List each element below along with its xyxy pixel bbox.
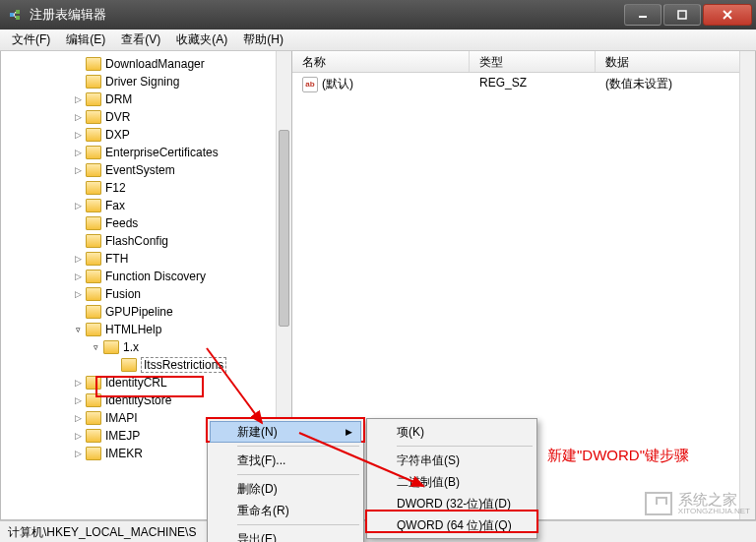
maximize-button[interactable] — [663, 4, 701, 26]
tree-item[interactable]: F12 — [1, 179, 291, 197]
expand-icon[interactable]: ▷ — [72, 394, 84, 406]
sub-string[interactable]: 字符串值(S) — [369, 450, 535, 471]
expand-icon[interactable]: ▷ — [72, 164, 84, 176]
tree-label: IMAPI — [105, 411, 138, 425]
tree-item[interactable]: ▷Fax — [1, 197, 291, 214]
tree-item[interactable]: ▷DRM — [1, 90, 291, 108]
list-scrollbar[interactable] — [739, 51, 755, 519]
tree-item[interactable]: ▷FTH — [1, 250, 291, 268]
tree-label: F12 — [105, 181, 126, 195]
titlebar: 注册表编辑器 — [0, 0, 756, 30]
status-path: 计算机\HKEY_LOCAL_MACHINE\S — [8, 525, 196, 539]
expand-icon — [72, 58, 84, 70]
tree-item[interactable]: ▷EventSystem — [1, 161, 291, 179]
collapse-icon[interactable]: ▿ — [72, 324, 84, 335]
folder-icon — [86, 323, 101, 336]
folder-icon — [86, 447, 101, 460]
tree-label: DRM — [105, 92, 132, 106]
folder-icon — [86, 287, 101, 301]
close-button[interactable] — [703, 4, 752, 26]
tree-label: DownloadManager — [105, 57, 205, 71]
expand-icon[interactable]: ▷ — [72, 200, 84, 211]
tree-label: IMEJP — [105, 429, 140, 443]
expand-icon[interactable]: ▷ — [72, 93, 84, 105]
tree-item[interactable]: FlashConfig — [1, 232, 291, 250]
tree-label: Driver Signing — [105, 75, 179, 89]
expand-icon[interactable]: ▷ — [72, 377, 84, 389]
ctx-delete[interactable]: 删除(D) — [210, 478, 361, 500]
menu-file[interactable]: 文件(F) — [4, 30, 58, 50]
tree-item[interactable]: ▿1.x — [1, 338, 291, 356]
svg-rect-1 — [16, 10, 20, 14]
folder-icon — [86, 146, 101, 159]
expand-icon — [72, 76, 84, 88]
expand-icon[interactable]: ▷ — [72, 129, 84, 141]
sub-binary[interactable]: 二进制值(B) — [369, 471, 535, 493]
expand-icon[interactable]: ▷ — [72, 147, 84, 158]
col-data[interactable]: 数据 — [596, 51, 755, 72]
expand-icon[interactable]: ▷ — [72, 111, 84, 123]
expand-icon[interactable]: ▷ — [72, 271, 84, 282]
svg-rect-0 — [10, 13, 14, 17]
tree-item[interactable]: GPUPipeline — [1, 303, 291, 321]
expand-icon[interactable]: ▷ — [72, 253, 84, 265]
tree-label: IdentityStore — [105, 393, 171, 407]
menubar: 文件(F) 编辑(E) 查看(V) 收藏夹(A) 帮助(H) — [0, 30, 756, 51]
tree-item[interactable]: Driver Signing — [1, 73, 291, 90]
tree-label: IMEKR — [105, 447, 143, 460]
expand-icon[interactable]: ▷ — [72, 430, 84, 442]
context-submenu: 项(K) 字符串值(S) 二进制值(B) DWORD (32-位)值(D) QW… — [366, 418, 537, 539]
folder-icon — [86, 57, 101, 71]
expand-icon[interactable]: ▷ — [72, 448, 84, 459]
col-type[interactable]: 类型 — [470, 51, 596, 72]
tree-label: Function Discovery — [105, 270, 206, 283]
sub-key[interactable]: 项(K) — [369, 421, 535, 443]
sub-qword[interactable]: QWORD (64 位)值(Q) — [369, 514, 535, 536]
menu-favorites[interactable]: 收藏夹(A) — [168, 30, 235, 50]
folder-icon — [86, 163, 101, 177]
folder-icon — [86, 128, 101, 142]
minimize-button[interactable] — [624, 4, 662, 26]
menu-edit[interactable]: 编辑(E) — [58, 30, 113, 50]
tree-label: Feeds — [105, 216, 138, 230]
list-row[interactable]: ab (默认) REG_SZ (数值未设置) — [292, 73, 755, 95]
folder-icon — [86, 110, 101, 124]
sub-dword[interactable]: DWORD (32-位)值(D) — [369, 493, 535, 514]
tree-item[interactable]: ▷DVR — [1, 108, 291, 126]
tree-item[interactable]: ItssRestrictions — [1, 356, 291, 374]
expand-icon — [72, 217, 84, 229]
ctx-export[interactable]: 导出(E) — [210, 528, 361, 542]
folder-icon — [86, 75, 101, 89]
window-title: 注册表编辑器 — [30, 6, 622, 24]
tree-label: HTMLHelp — [105, 323, 161, 336]
collapse-icon[interactable]: ▿ — [90, 341, 101, 353]
tree-item[interactable]: ▷Function Discovery — [1, 268, 291, 285]
tree-item[interactable]: ▿HTMLHelp — [1, 321, 291, 338]
tree-item[interactable]: ▷EnterpriseCertificates — [1, 144, 291, 161]
expand-icon[interactable]: ▷ — [72, 412, 84, 424]
expand-icon — [72, 235, 84, 247]
tree-label: FlashConfig — [105, 234, 168, 248]
tree-label: 1.x — [123, 340, 139, 354]
tree-item[interactable]: ▷IdentityStore — [1, 391, 291, 409]
folder-icon — [86, 234, 101, 248]
tree-item[interactable]: DownloadManager — [1, 55, 291, 73]
tree-item[interactable]: ▷DXP — [1, 126, 291, 144]
tree-item[interactable]: Feeds — [1, 214, 291, 232]
folder-icon — [86, 216, 101, 230]
menu-view[interactable]: 查看(V) — [113, 30, 168, 50]
ctx-new[interactable]: 新建(N)▶ — [210, 421, 361, 443]
tree-label: ItssRestrictions — [141, 357, 226, 373]
tree-item[interactable]: ▷Fusion — [1, 285, 291, 303]
ctx-rename[interactable]: 重命名(R) — [210, 500, 361, 521]
list-type: REG_SZ — [470, 76, 596, 92]
ctx-find[interactable]: 查找(F)... — [210, 450, 361, 471]
folder-icon — [86, 376, 101, 390]
menu-help[interactable]: 帮助(H) — [235, 30, 291, 50]
col-name[interactable]: 名称 — [292, 51, 470, 72]
folder-icon — [121, 358, 137, 372]
tree-item[interactable]: ▷IdentityCRL — [1, 374, 291, 391]
expand-icon[interactable]: ▷ — [72, 288, 84, 300]
svg-rect-4 — [678, 11, 686, 19]
list-header: 名称 类型 数据 — [292, 51, 755, 73]
